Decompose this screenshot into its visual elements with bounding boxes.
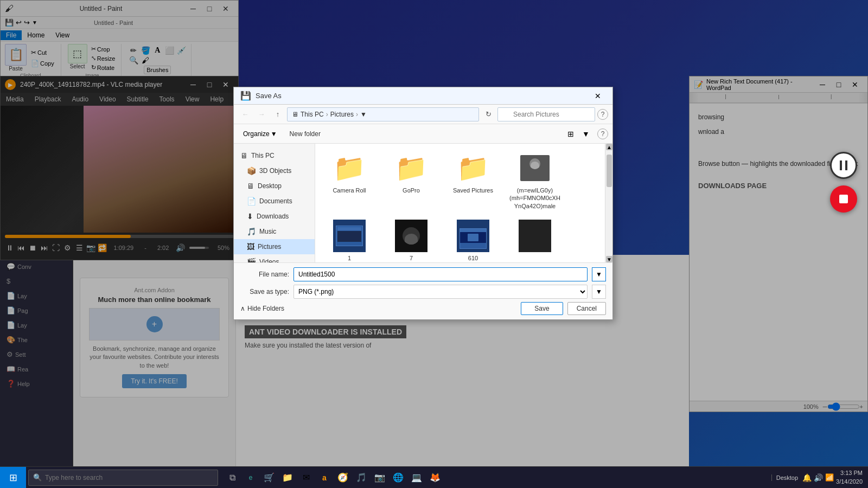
dialog-scrollbar[interactable]: ▲ ▼ <box>605 144 612 262</box>
taskbar-winamp-icon[interactable]: 🎵 <box>354 470 369 485</box>
dialog-view-buttons: ⊞ ▼ <box>564 127 593 141</box>
dialog-back-button[interactable]: ← <box>238 107 252 121</box>
file-1-label: 1 <box>348 254 351 262</box>
dialog-nav-videos[interactable]: 🎬 Videos <box>234 254 315 262</box>
dialog-path-dropdown-icon[interactable]: ▼ <box>360 111 367 118</box>
taskbar-app-icons: ⧉ e 🛒 📁 ✉ a 🧭 🎵 📷 🌐 💻 🦊 <box>220 470 447 485</box>
videos-label: Videos <box>259 258 279 262</box>
dialog-cancel-button[interactable]: Cancel <box>567 302 606 315</box>
this-pc-nav-icon: 🖥 <box>240 151 248 160</box>
scrollbar-up-button[interactable]: ▲ <box>606 144 612 150</box>
filename-label: File name: <box>240 271 289 278</box>
filename-row: File name: ▼ <box>240 267 606 281</box>
desktop-icon: 🖥 <box>247 182 254 190</box>
taskbar-explorer-icon[interactable]: 📁 <box>280 470 295 485</box>
scrollbar-down-button[interactable]: ▼ <box>606 256 612 262</box>
file-item-named-folder[interactable]: (m=ewILG0y)(mh=FMNOM0cXHYnQa42O)male <box>505 148 565 214</box>
dialog-nav-documents[interactable]: 📄 Documents <box>234 194 315 209</box>
dialog-action-bar: Organize ▼ New folder ⊞ ▼ ? <box>234 124 612 144</box>
taskbar-network-icon[interactable]: 📶 <box>825 473 834 481</box>
taskbar-notification-icon[interactable]: 🔔 <box>802 473 812 482</box>
savetype-label: Save as type: <box>240 288 289 296</box>
dialog-organize-button[interactable]: Organize ▼ <box>238 127 282 140</box>
3d-objects-icon: 📦 <box>247 166 256 175</box>
dialog-save-button[interactable]: Save <box>521 302 563 315</box>
file-610-label: 610 <box>468 254 478 262</box>
taskbar-pc-icon[interactable]: 💻 <box>409 470 424 485</box>
file-item-dark2[interactable] <box>505 216 565 262</box>
dialog-path-bar[interactable]: 🖥 This PC › Pictures › ▼ <box>287 107 479 121</box>
dialog-close-button[interactable]: ✕ <box>590 88 606 104</box>
dialog-nav-downloads[interactable]: ⬇ Downloads <box>234 209 315 224</box>
taskbar: ⊞ 🔍 ⧉ e 🛒 📁 ✉ a 🧭 🎵 📷 🌐 💻 🦊 Desktop 🔔 🔊 … <box>0 466 868 488</box>
taskbar-store-icon[interactable]: 🛒 <box>261 470 277 485</box>
3d-objects-label: 3D Objects <box>259 167 291 175</box>
file-item-610[interactable]: 610 <box>443 216 503 262</box>
file-item-saved-pictures[interactable]: 📁 Saved Pictures <box>443 148 503 214</box>
downloads-icon: ⬇ <box>247 212 253 221</box>
taskbar-tripadvisor-icon[interactable]: 🧭 <box>335 470 350 485</box>
dialog-refresh-button[interactable]: ↻ <box>481 107 495 121</box>
dialog-nav-this-pc[interactable]: 🖥 This PC <box>234 148 315 163</box>
dialog-search-wrap: 🔍 <box>497 107 595 121</box>
dialog-forward-button[interactable]: → <box>254 107 269 121</box>
taskbar-amazon-icon[interactable]: a <box>317 470 332 485</box>
file-item-camera-roll[interactable]: 📁 Camera Roll <box>320 148 379 214</box>
desktop-nav-label: Desktop <box>258 182 282 190</box>
dialog-path-this-pc: This PC <box>301 111 324 118</box>
hide-folders-button[interactable]: ∧ Hide Folders <box>240 305 284 312</box>
taskbar-search-icon: 🔍 <box>33 473 42 481</box>
taskbar-mail-icon[interactable]: ✉ <box>298 470 314 485</box>
dialog-up-button[interactable]: ↑ <box>271 107 285 121</box>
taskbar-volume-icon[interactable]: 🔊 <box>814 473 823 482</box>
gopro-folder-icon: 📁 <box>395 152 427 184</box>
savetype-row: Save as type: PNG (*.png) JPEG (*.jpg) B… <box>240 285 606 299</box>
taskbar-system-tray: Desktop 🔔 🔊 📶 3:13 PM 3/14/2020 <box>766 469 868 486</box>
dialog-view-help[interactable]: ? <box>597 129 608 139</box>
hide-folders-chevron: ∧ <box>240 305 245 312</box>
dialog-files-area: 📁 Camera Roll 📁 GoPro 📁 Saved Pictures <box>315 144 612 262</box>
file-1-thumbnail <box>333 220 366 252</box>
start-button[interactable]: ⊞ <box>0 467 26 489</box>
taskbar-web-icon[interactable]: 🌐 <box>391 470 406 485</box>
file-7-thumbnail <box>395 220 427 252</box>
file-item-1[interactable]: 1 <box>320 216 379 262</box>
dialog-nav-music[interactable]: 🎵 Music <box>234 224 315 239</box>
dialog-view-large-icon[interactable]: ⊞ <box>564 127 578 141</box>
dialog-help-button[interactable]: ? <box>597 109 608 120</box>
save-as-dialog: 💾 Save As ✕ ← → ↑ 🖥 This PC › Pictures ›… <box>233 87 613 320</box>
taskbar-desktop-label: Desktop <box>771 474 798 481</box>
taskbar-search-box[interactable]: 🔍 <box>28 470 218 486</box>
dialog-title-text: Save As <box>256 92 282 100</box>
dialog-path-sep2: › <box>356 111 358 118</box>
taskbar-firefox-icon[interactable]: 🦊 <box>427 470 443 485</box>
taskbar-edge-icon[interactable]: e <box>243 470 258 485</box>
dialog-view-dropdown[interactable]: ▼ <box>579 127 593 141</box>
dialog-nav-3d-objects[interactable]: 📦 3D Objects <box>234 163 315 178</box>
named-folder-icon <box>519 152 551 184</box>
dialog-address-toolbar: ← → ↑ 🖥 This PC › Pictures › ▼ ↻ 🔍 ? <box>234 105 612 124</box>
saved-pictures-label: Saved Pictures <box>453 187 493 194</box>
dialog-search-input[interactable] <box>497 107 595 121</box>
scrollbar-thumb[interactable] <box>607 155 612 187</box>
filename-dropdown-btn[interactable]: ▼ <box>592 267 606 281</box>
savetype-select[interactable]: PNG (*.png) JPEG (*.jpg) BMP (*.bmp) GIF… <box>293 285 588 299</box>
savetype-dropdown-btn[interactable]: ▼ <box>592 285 606 299</box>
recorder-pause-button[interactable] <box>830 152 857 179</box>
dialog-nav-desktop[interactable]: 🖥 Desktop <box>234 178 315 194</box>
taskbar-clock[interactable]: 3:13 PM 3/14/2020 <box>836 469 863 486</box>
pictures-icon: 🖼 <box>247 242 254 251</box>
taskbar-search-input[interactable] <box>45 474 213 481</box>
downloads-label: Downloads <box>257 213 289 220</box>
dialog-new-folder-button[interactable]: New folder <box>284 128 326 140</box>
filename-input[interactable] <box>293 267 588 281</box>
dialog-nav-pictures[interactable]: 🖼 Pictures <box>234 239 315 254</box>
dialog-path-computer-icon: 🖥 <box>292 111 298 118</box>
file-610-thumbnail <box>457 220 489 252</box>
taskbar-task-view[interactable]: ⧉ <box>225 470 240 485</box>
recorder-stop-button[interactable] <box>830 185 857 213</box>
file-item-7[interactable]: 7 <box>381 216 441 262</box>
dialog-path-sep1: › <box>326 111 328 118</box>
taskbar-camera-icon[interactable]: 📷 <box>372 470 387 485</box>
file-item-gopro[interactable]: 📁 GoPro <box>381 148 441 214</box>
